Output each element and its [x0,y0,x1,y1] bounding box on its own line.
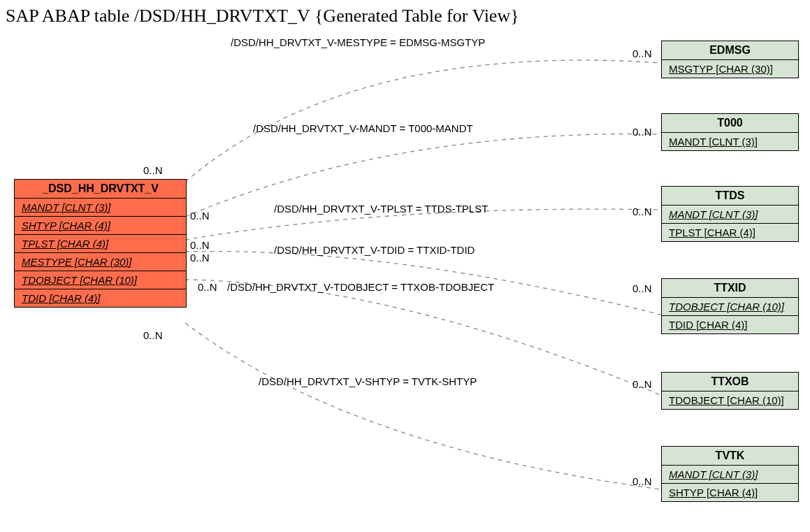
ttxid-tdid: TDID [CHAR (4)] [662,316,798,333]
entity-edmsg-title: EDMSG [662,41,798,60]
card-left-1: 0..N [143,164,163,176]
entity-tvtk: TVTK MANDT [CLNT (3)] SHTYP [CHAR (4)] [661,446,799,502]
entity-t000: T000 MANDT [CLNT (3)] [661,113,799,151]
entity-tvtk-title: TVTK [662,447,798,466]
field-mestype: MESTYPE [CHAR (30)] [15,253,186,271]
card-right-5: 0..N [632,378,652,390]
edge-label-5: /DSD/HH_DRVTXT_V-TDOBJECT = TTXOB-TDOBJE… [227,281,494,293]
field-mandt: MANDT [CLNT (3)] [15,199,186,217]
entity-ttxid: TTXID TDOBJECT [CHAR (10)] TDID [CHAR (4… [661,278,799,334]
card-right-4: 0..N [632,282,652,294]
entity-ttxid-title: TTXID [662,279,798,298]
field-tdid: TDID [CHAR (4)] [15,289,186,307]
card-right-6: 0..N [632,475,652,487]
card-right-3: 0..N [632,206,652,217]
edge-label-1: /DSD/HH_DRVTXT_V-MESTYPE = EDMSG-MSGTYP [231,36,485,48]
field-tplst: TPLST [CHAR (4)] [15,235,186,253]
tvtk-shtyp: SHTYP [CHAR (4)] [662,484,798,501]
entity-ttxob-title: TTXOB [662,373,798,391]
entity-ttds-title: TTDS [662,187,798,206]
ttxob-tdobject: TDOBJECT [CHAR (10)] [662,391,798,409]
ttds-mandt: MANDT [CLNT (3)] [662,206,798,224]
page-title: SAP ABAP table /DSD/HH_DRVTXT_V {Generat… [6,6,519,27]
edge-label-3: /DSD/HH_DRVTXT_V-TPLST = TTDS-TPLST [274,203,488,215]
tvtk-mandt: MANDT [CLNT (3)] [662,466,798,484]
entity-ttxob: TTXOB TDOBJECT [CHAR (10)] [661,372,799,410]
edge-label-2: /DSD/HH_DRVTXT_V-MANDT = T000-MANDT [253,122,473,134]
edmsg-msgtyp: MSGTYP [CHAR (30)] [662,60,798,78]
ttxid-tdobject: TDOBJECT [CHAR (10)] [662,298,798,316]
card-right-1: 0..N [632,48,652,59]
t000-mandt: MANDT [CLNT (3)] [662,133,798,150]
ttds-tplst: TPLST [CHAR (4)] [662,224,798,241]
card-left-5: 0..N [198,281,217,293]
card-left-6: 0..N [143,329,163,341]
entity-main: _DSD_HH_DRVTXT_V MANDT [CLNT (3)] SHTYP … [14,179,187,308]
entity-t000-title: T000 [662,114,798,133]
field-shtyp: SHTYP [CHAR (4)] [15,217,186,235]
card-left-2: 0..N [190,210,210,222]
card-left-3: 0..N [190,239,210,251]
entity-main-title: _DSD_HH_DRVTXT_V [15,180,186,199]
card-right-2: 0..N [632,126,652,138]
field-tdobject: TDOBJECT [CHAR (10)] [15,271,186,289]
edge-label-4: /DSD/HH_DRVTXT_V-TDID = TTXID-TDID [274,244,475,256]
card-left-4: 0..N [190,252,210,264]
edge-label-6: /DSD/HH_DRVTXT_V-SHTYP = TVTK-SHTYP [259,375,477,387]
entity-edmsg: EDMSG MSGTYP [CHAR (30)] [661,41,799,78]
entity-ttds: TTDS MANDT [CLNT (3)] TPLST [CHAR (4)] [661,186,799,242]
